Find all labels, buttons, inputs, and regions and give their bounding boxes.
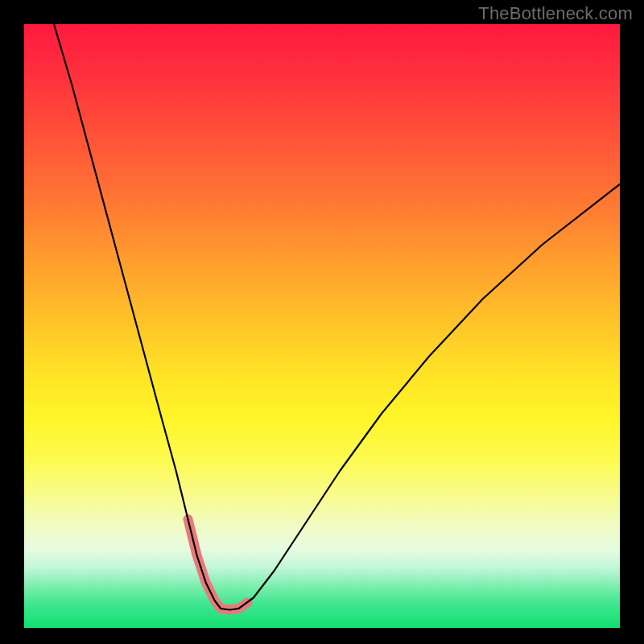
main-curve <box>54 24 620 610</box>
outer-frame: TheBottleneck.com <box>0 0 644 644</box>
watermark-label: TheBottleneck.com <box>478 3 633 24</box>
plot-area <box>24 24 620 628</box>
bottleneck-chart <box>24 24 620 628</box>
highlight-segment <box>188 519 248 610</box>
